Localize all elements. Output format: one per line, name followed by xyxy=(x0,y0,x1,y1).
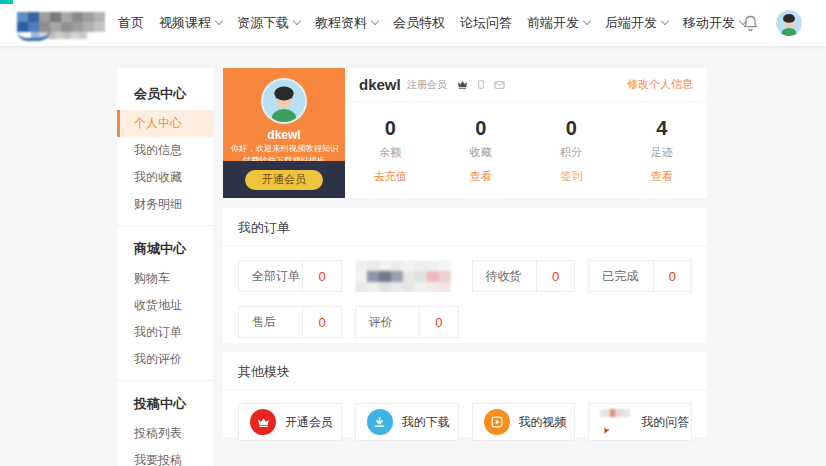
order-cell-label: 售后 xyxy=(239,314,302,331)
stat-label: 积分 xyxy=(526,145,617,160)
order-cell-count: 0 xyxy=(302,261,340,291)
order-cell-after-sales[interactable]: 售后 0 xyxy=(238,306,342,338)
sidebar-item-submission-list[interactable]: 投稿列表 xyxy=(117,420,213,447)
nav-item-forum-qa[interactable]: 论坛问答 xyxy=(460,14,512,32)
user-avatar[interactable] xyxy=(776,10,802,36)
crown-icon xyxy=(456,78,469,91)
sidebar-item-cart[interactable]: 购物车 xyxy=(117,265,213,292)
nav-item-label: 教程资料 xyxy=(315,14,367,32)
site-logo-censored[interactable] xyxy=(17,12,109,39)
view-footprints-link[interactable]: 查看 xyxy=(617,169,708,184)
sidebar-group-member-center: 会员中心 xyxy=(117,78,213,110)
member-header-panel: dkewl 你好，欢迎来到视频教程知识 付费软件下载网站模板 开通会员 dkew… xyxy=(223,68,707,198)
member-username: dkewl xyxy=(359,76,401,93)
stat-label: 足迹 xyxy=(617,145,708,160)
nav-item-frontend-dev[interactable]: 前端开发 xyxy=(527,14,590,32)
sidebar-item-personal-center[interactable]: 个人中心 xyxy=(117,110,213,137)
nav-item-video-courses[interactable]: 视频课程 xyxy=(159,14,222,32)
nav-item-backend-dev[interactable]: 后端开发 xyxy=(605,14,668,32)
order-cell-censored xyxy=(355,260,459,292)
nav-item-mobile-dev[interactable]: 移动开发 xyxy=(683,14,746,32)
censored-qa-icon: ➤ xyxy=(600,409,632,435)
order-cell-count: 0 xyxy=(536,261,574,291)
avatar-boy-icon xyxy=(263,80,305,122)
edit-profile-link[interactable]: 修改个人信息 xyxy=(627,77,693,92)
order-cell-count: 0 xyxy=(653,261,691,291)
sidebar: 会员中心 个人中心 我的信息 我的收藏 财务明细 商城中心 购物车 收货地址 我… xyxy=(117,68,213,466)
chevron-down-icon xyxy=(661,17,669,25)
nav-item-resource-downloads[interactable]: 资源下载 xyxy=(237,14,300,32)
order-cell-reviews[interactable]: 评价 0 xyxy=(355,306,459,338)
phone-icon xyxy=(476,78,486,91)
vip-profile-card: dkewl 你好，欢迎来到视频教程知识 付费软件下载网站模板 开通会员 xyxy=(223,68,345,198)
vip-card-footer: 开通会员 xyxy=(223,161,345,198)
bell-icon[interactable] xyxy=(740,13,761,34)
order-cell-count: 0 xyxy=(419,307,457,337)
recharge-link[interactable]: 去充值 xyxy=(345,169,436,184)
welcome-text-line1: 你好，欢迎来到视频教程知识 xyxy=(230,142,338,153)
sidebar-group-submission-center: 投稿中心 xyxy=(117,388,213,420)
module-label: 我的问答 xyxy=(641,414,689,431)
order-cell-awaiting-receipt[interactable]: 待收货 0 xyxy=(472,260,576,292)
censored-mosaic xyxy=(355,260,459,292)
order-cell-completed[interactable]: 已完成 0 xyxy=(588,260,692,292)
modules-grid: 开通会员 我的下载 xyxy=(223,391,707,441)
nav-item-label: 后端开发 xyxy=(605,14,657,32)
red-mark: ➤ xyxy=(600,425,611,436)
member-info-row: dkewl 注册会员 xyxy=(345,68,707,102)
open-vip-button[interactable]: 开通会员 xyxy=(245,170,323,190)
order-cell-all-orders[interactable]: 全部订单 0 xyxy=(238,260,342,292)
browser-corner-artifact xyxy=(0,0,13,4)
chevron-down-icon xyxy=(583,17,591,25)
module-label: 开通会员 xyxy=(285,414,333,431)
nav-item-label: 视频课程 xyxy=(159,14,211,32)
nav-item-tutorial-materials[interactable]: 教程资料 xyxy=(315,14,378,32)
stat-label: 收藏 xyxy=(436,145,527,160)
check-in-link[interactable]: 签到 xyxy=(526,169,617,184)
navbar-right xyxy=(740,0,802,46)
module-my-videos[interactable]: 我的视频 xyxy=(472,403,576,441)
member-level-badge: 注册会员 xyxy=(407,78,447,92)
stat-favorites: 0 收藏 查看 xyxy=(436,117,527,184)
stat-value: 0 xyxy=(436,117,527,140)
main-navigation: 首页 视频课程 资源下载 教程资料 会员特权 论坛问答 前端开发 后端开发 移动… xyxy=(118,0,746,46)
order-cell-label: 全部订单 xyxy=(239,268,302,285)
chevron-down-icon xyxy=(371,17,379,25)
sidebar-item-my-info[interactable]: 我的信息 xyxy=(117,137,213,164)
module-my-qa[interactable]: ➤ 我的问答 xyxy=(588,403,692,441)
logo-swoosh xyxy=(17,28,51,41)
sidebar-item-my-favorites[interactable]: 我的收藏 xyxy=(117,164,213,191)
module-my-downloads[interactable]: 我的下载 xyxy=(355,403,459,441)
module-open-vip[interactable]: 开通会员 xyxy=(238,403,342,441)
nav-item-label: 移动开发 xyxy=(683,14,735,32)
main-content: dkewl 你好，欢迎来到视频教程知识 付费软件下载网站模板 开通会员 dkew… xyxy=(223,68,707,437)
sidebar-item-shipping-address[interactable]: 收货地址 xyxy=(117,292,213,319)
order-cell-label: 待收货 xyxy=(473,268,536,285)
orders-grid: 全部订单 0 待收货 0 已完成 0 xyxy=(223,247,707,338)
nav-item-home[interactable]: 首页 xyxy=(118,14,144,32)
stat-value: 0 xyxy=(526,117,617,140)
nav-item-label: 前端开发 xyxy=(527,14,579,32)
stat-footprints: 4 足迹 查看 xyxy=(617,117,708,184)
nav-item-label: 会员特权 xyxy=(393,14,445,32)
profile-username: dkewl xyxy=(267,128,300,142)
sidebar-item-my-orders[interactable]: 我的订单 xyxy=(117,319,213,346)
member-stats: 0 余额 去充值 0 收藏 查看 0 积分 签到 4 xyxy=(345,102,707,198)
stat-value: 4 xyxy=(617,117,708,140)
sidebar-item-submit-post[interactable]: 我要投稿 xyxy=(117,447,213,466)
order-cell-count: 0 xyxy=(302,307,340,337)
stat-points: 0 积分 签到 xyxy=(526,117,617,184)
mail-icon xyxy=(493,79,506,91)
modules-panel: 其他模块 开通会员 xyxy=(223,352,707,437)
sidebar-item-my-reviews[interactable]: 我的评价 xyxy=(117,346,213,373)
profile-avatar[interactable] xyxy=(261,78,307,124)
view-favorites-link[interactable]: 查看 xyxy=(436,169,527,184)
orders-panel: 我的订单 全部订单 0 待收货 0 已 xyxy=(223,208,707,343)
sidebar-item-finance-details[interactable]: 财务明细 xyxy=(117,191,213,218)
nav-item-member-privileges[interactable]: 会员特权 xyxy=(393,14,445,32)
member-badge-icons xyxy=(456,78,506,91)
nav-item-label: 首页 xyxy=(118,14,144,32)
stat-value: 0 xyxy=(345,117,436,140)
sidebar-divider xyxy=(117,380,213,381)
sidebar-divider xyxy=(117,225,213,226)
